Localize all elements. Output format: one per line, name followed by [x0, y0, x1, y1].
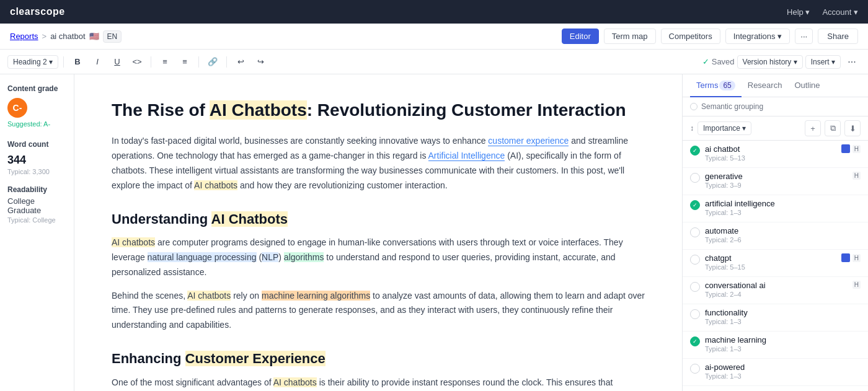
reports-link[interactable]: Reports: [10, 32, 38, 41]
term-h-badge: H: [852, 254, 861, 262]
term-info: functionalityTypical: 1–3: [705, 308, 856, 325]
word-count-label: Word count: [7, 140, 66, 149]
version-history-button[interactable]: Version history ▾: [737, 55, 803, 69]
term-map-button[interactable]: Term map: [604, 29, 656, 44]
term-check-icon[interactable]: [690, 173, 700, 183]
app-logo: clearscope: [10, 6, 65, 17]
right-panel-tabs: Terms65 Research Outline: [683, 74, 868, 97]
ai-chatbots-highlight-p4: AI chatbots: [273, 377, 317, 387]
help-menu[interactable]: Help ▾: [787, 7, 810, 17]
underline-button[interactable]: U: [108, 53, 126, 71]
breadcrumb-bar: Reports > ai chatbot 🇺🇸 EN Editor Term m…: [0, 24, 868, 50]
italic-button[interactable]: I: [89, 53, 106, 71]
term-info: generativeTypical: 3–9: [705, 172, 848, 189]
term-h-badge: H: [852, 145, 861, 153]
list-item[interactable]: automateTypical: 2–6: [683, 222, 868, 250]
term-check-icon[interactable]: [690, 227, 700, 237]
undo-button[interactable]: ↩: [232, 53, 249, 71]
semantic-radio[interactable]: [690, 103, 698, 110]
term-typical: Typical: 2–4: [705, 291, 848, 298]
list-item[interactable]: artificial intelligenceTypical: 1–3: [683, 195, 868, 222]
term-info: artificial intelligenceTypical: 1–3: [705, 199, 856, 216]
more-options-button[interactable]: ···: [795, 29, 813, 44]
paragraph-1: In today's fast-paced digital world, bus…: [112, 134, 645, 193]
ai-chatbots-highlight-p1: AI chatbots: [194, 180, 237, 190]
editor-area[interactable]: The Rise of AI Chatbots: Revolutionizing…: [74, 74, 682, 391]
artificial-intelligence-link: Artificial Intelligence: [428, 151, 505, 161]
term-typical: Typical: 1–3: [705, 209, 856, 216]
term-typical: Typical: 5–13: [705, 154, 836, 162]
account-menu[interactable]: Account ▾: [822, 7, 858, 17]
share-button[interactable]: Share: [818, 29, 858, 44]
toolbar-divider-4: [226, 56, 227, 68]
term-check-icon[interactable]: [690, 364, 700, 374]
term-typical: Typical: 5–15: [705, 263, 836, 271]
terms-list: ai chatbotTypical: 5–13HgenerativeTypica…: [683, 141, 868, 391]
add-term-button[interactable]: +: [805, 120, 821, 136]
sort-arrow-icon: ↕: [690, 124, 694, 133]
bold-button[interactable]: B: [69, 53, 86, 71]
more-toolbar-button[interactable]: ···: [843, 53, 861, 71]
list-item[interactable]: generativeTypical: 3–9H: [683, 168, 868, 195]
copy-terms-button[interactable]: ⧉: [825, 120, 841, 136]
content-grade-section: Content grade C- Suggested: A-: [7, 84, 66, 128]
outline-tab[interactable]: Outline: [788, 74, 826, 97]
term-check-icon[interactable]: [690, 200, 700, 210]
machine-learning-highlight: machine learning algorithms: [262, 291, 370, 301]
term-info: ai chatbotTypical: 5–13: [705, 144, 836, 162]
term-name: ai chatbot: [705, 144, 836, 154]
term-name: artificial intelligence: [705, 199, 856, 208]
sort-controls: ↕ Importance ▾ + ⧉ ⬇: [683, 116, 868, 141]
word-count-value: 344: [7, 154, 66, 167]
term-typical: Typical: 1–3: [705, 318, 856, 325]
article-heading-2: Understanding AI Chatbots: [112, 211, 645, 229]
numbered-list-button[interactable]: ≡: [176, 53, 193, 71]
code-button[interactable]: <>: [128, 53, 146, 71]
term-name: generative: [705, 172, 848, 181]
term-check-icon[interactable]: [690, 255, 700, 265]
insert-button[interactable]: Insert ▾: [805, 55, 841, 69]
term-blue-badge: [841, 253, 850, 262]
list-item[interactable]: machine learningTypical: 1–3: [683, 332, 868, 359]
terms-tab[interactable]: Terms65: [690, 74, 742, 97]
link-button[interactable]: 🔗: [204, 53, 221, 71]
term-badges: H: [841, 253, 861, 262]
list-item[interactable]: chatgptTypical: 5–15H: [683, 250, 868, 277]
readability-section: Readability College Graduate Typical: Co…: [7, 185, 66, 224]
list-item[interactable]: apiTypical: 1–3: [683, 386, 868, 391]
nlp-highlight: natural language processing: [148, 252, 257, 262]
list-item[interactable]: conversational aiTypical: 2–4H: [683, 277, 868, 304]
list-item[interactable]: ai chatbotTypical: 5–13H: [683, 141, 868, 168]
list-item[interactable]: ai-poweredTypical: 1–3: [683, 359, 868, 386]
sort-importance-button[interactable]: Importance ▾: [698, 121, 751, 135]
heading-selector[interactable]: Heading 2 ▾: [7, 55, 58, 69]
left-sidebar: Content grade C- Suggested: A- Word coun…: [0, 74, 74, 391]
customer-experience-heading-highlight: Customer Experience: [185, 351, 326, 366]
term-name: machine learning: [705, 335, 856, 345]
article-title: The Rise of AI Chatbots: Revolutionizing…: [112, 99, 645, 121]
term-check-icon[interactable]: [690, 282, 700, 292]
term-name: ai-powered: [705, 362, 856, 372]
bullets-button[interactable]: ≡: [156, 53, 174, 71]
redo-button[interactable]: ↪: [252, 53, 269, 71]
term-typical: Typical: 2–6: [705, 236, 856, 244]
term-name: functionality: [705, 308, 856, 317]
toolbar-divider-1: [63, 56, 64, 68]
paragraph-2: AI chatbots are computer programs design…: [112, 235, 645, 279]
editor-tab-button[interactable]: Editor: [562, 29, 599, 44]
research-tab[interactable]: Research: [742, 74, 789, 97]
download-terms-button[interactable]: ⬇: [844, 120, 861, 136]
competitors-button[interactable]: Competitors: [661, 29, 720, 44]
term-typical: Typical: 1–3: [705, 372, 856, 380]
term-info: machine learningTypical: 1–3: [705, 335, 856, 353]
term-check-icon[interactable]: [690, 336, 700, 346]
term-check-icon[interactable]: [690, 309, 700, 319]
article-heading-3: Enhancing Customer Experience: [112, 350, 645, 368]
list-item[interactable]: functionalityTypical: 1–3: [683, 304, 868, 332]
term-check-icon[interactable]: [690, 146, 700, 156]
suggested-grade: Suggested: A-: [7, 120, 66, 128]
integrations-button[interactable]: Integrations ▾: [725, 29, 790, 44]
term-name: conversational ai: [705, 281, 848, 290]
readability-typical: Typical: College: [7, 216, 66, 224]
saved-status: ✓ Saved: [702, 57, 735, 66]
